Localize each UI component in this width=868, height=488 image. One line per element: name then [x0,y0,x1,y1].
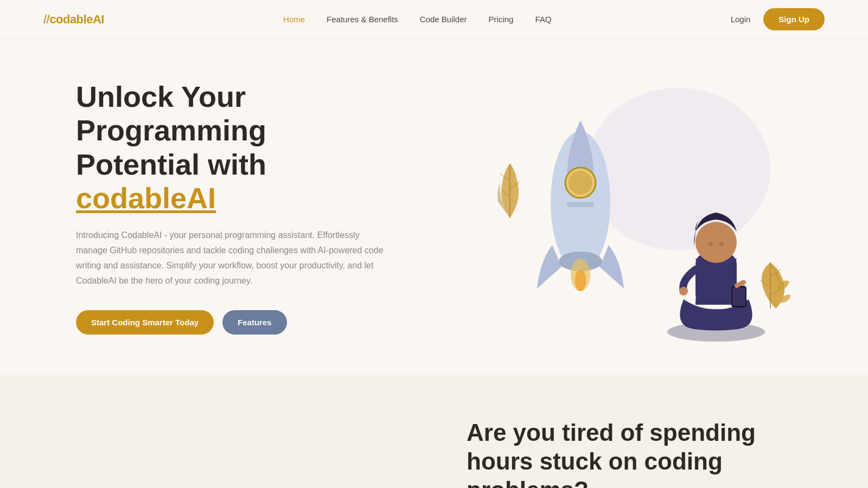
nav-links: Home Features & Benefits Code Builder Pr… [283,15,551,24]
svg-point-3 [569,171,592,195]
start-coding-button[interactable]: Start Coding Smarter Today [76,310,214,335]
hero-title-line1: Unlock Your Programming [76,80,266,146]
svg-point-15 [679,287,688,296]
nav-features-benefits[interactable]: Features & Benefits [327,15,398,24]
signup-button[interactable]: Sign Up [763,8,825,30]
svg-rect-14 [732,287,745,306]
logo-ai: AI [93,12,104,26]
hero-title: Unlock Your Programming Potential with c… [76,80,412,214]
nav-home[interactable]: Home [283,15,305,24]
hero-buttons: Start Coding Smarter Today Features [76,310,412,335]
logo[interactable]: //codableAI [43,12,104,27]
navbar: //codableAI Home Features & Benefits Cod… [0,0,868,39]
hero-brand: codableAI [76,182,216,214]
login-link[interactable]: Login [731,15,751,24]
svg-point-10 [695,222,737,263]
section2-title: Are you tired of spending hours stuck on… [467,419,792,488]
hero-section: Unlock Your Programming Potential with c… [0,39,868,375]
section2: Are you tired of spending hours stuck on… [0,375,868,488]
rocket-illustration [521,93,640,299]
svg-rect-7 [567,202,594,207]
features-button[interactable]: Features [222,310,287,335]
hero-description: Introducing CodableAI - your personal pr… [76,228,391,288]
svg-point-12 [719,242,724,246]
hero-content: Unlock Your Programming Potential with c… [76,80,412,334]
nav-pricing[interactable]: Pricing [489,15,514,24]
nav-faq[interactable]: FAQ [535,15,551,24]
hero-title-line2: Potential with [76,148,266,181]
section2-content: Are you tired of spending hours stuck on… [467,419,792,488]
nav-code-builder[interactable]: Code Builder [420,15,467,24]
svg-point-6 [575,269,586,291]
logo-slash: // [43,12,49,26]
hero-illustration [477,72,803,343]
logo-codable: codable [49,12,93,26]
nav-right: Login Sign Up [731,8,825,30]
leaf-right-decoration [749,260,792,321]
svg-point-11 [709,242,713,246]
